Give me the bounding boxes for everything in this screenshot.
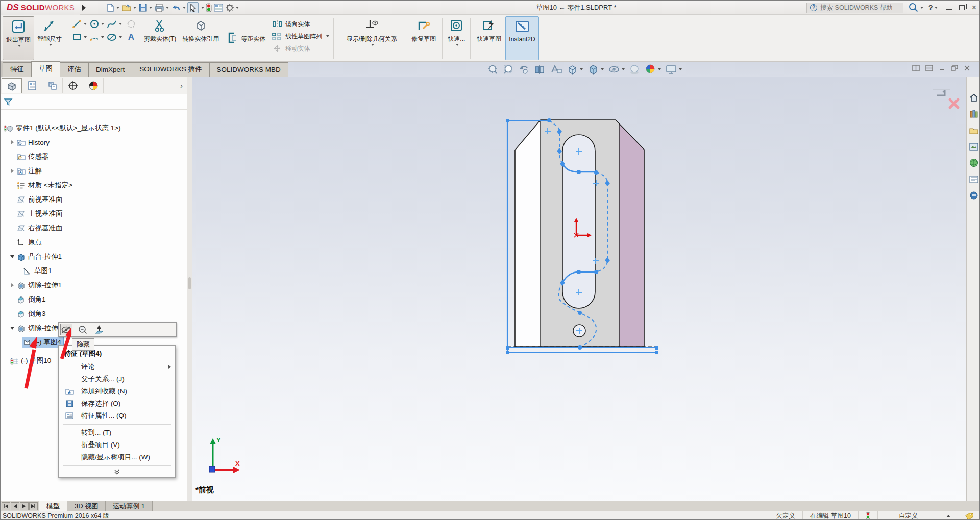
chevron-down-icon[interactable] bbox=[920, 7, 923, 9]
prev-tab-button[interactable] bbox=[11, 502, 19, 510]
normal-to-button[interactable] bbox=[93, 324, 105, 335]
view-palette-button[interactable] bbox=[969, 141, 979, 152]
appearances-scenes-button[interactable] bbox=[969, 158, 979, 168]
tree-item-chamfer3[interactable]: 倒角3 bbox=[1, 307, 187, 321]
chevron-down-icon[interactable] bbox=[236, 7, 239, 9]
part-left-face[interactable] bbox=[515, 120, 541, 347]
menu-item-go-to[interactable]: 转到... (T) bbox=[59, 427, 175, 439]
splitter-handle[interactable] bbox=[188, 277, 191, 289]
expander-icon[interactable] bbox=[9, 327, 16, 330]
chevron-down-icon[interactable] bbox=[622, 68, 625, 70]
help-menu-button[interactable]: ? bbox=[928, 4, 938, 12]
panel-splitter[interactable] bbox=[187, 77, 192, 501]
search-input[interactable] bbox=[820, 4, 892, 11]
menu-item-collapse-items[interactable]: 折叠项目 (V) bbox=[59, 439, 175, 451]
graphics-viewport[interactable]: Y X *前视 bbox=[192, 77, 966, 501]
repair-sketch-button[interactable]: 修复草图 bbox=[407, 16, 440, 60]
arc-tool-button[interactable] bbox=[89, 32, 104, 42]
expander-icon[interactable] bbox=[9, 255, 16, 258]
chevron-down-icon[interactable] bbox=[18, 45, 21, 47]
tree-item-top-plane[interactable]: 上视基准面 bbox=[1, 207, 187, 221]
units-dropdown[interactable] bbox=[939, 511, 958, 520]
tree-item-part[interactable]: 零件1 (默认<<默认>_显示状态 1>) bbox=[1, 121, 187, 135]
chevron-down-icon[interactable] bbox=[166, 7, 169, 9]
tree-item-sensors[interactable]: 传感器 bbox=[1, 150, 187, 164]
open-document-button[interactable] bbox=[121, 2, 137, 13]
tab-motion-study[interactable]: 运动算例 1 bbox=[106, 501, 153, 511]
chevron-down-icon[interactable] bbox=[183, 7, 186, 9]
tab-feature-manager[interactable] bbox=[2, 78, 22, 93]
zoom-to-fit-button[interactable] bbox=[486, 63, 500, 76]
doc-restore-icon[interactable] bbox=[951, 65, 958, 71]
chevron-down-icon[interactable] bbox=[119, 23, 122, 25]
mirror-entities-button[interactable]: 镜向实体 bbox=[272, 18, 329, 30]
split-pane-icon[interactable] bbox=[912, 65, 920, 71]
tree-item-sketch1[interactable]: 草图1 bbox=[1, 264, 187, 278]
menu-item-parent-child[interactable]: 父子关系... (J) bbox=[59, 373, 175, 385]
print-button[interactable] bbox=[154, 2, 169, 13]
ellipse-tool-button[interactable] bbox=[106, 32, 122, 42]
search-button[interactable] bbox=[909, 3, 923, 13]
chevron-down-icon[interactable] bbox=[326, 35, 329, 37]
tree-item-origin[interactable]: 原点 bbox=[1, 235, 187, 250]
previous-view-button[interactable] bbox=[517, 63, 530, 76]
tree-item-history[interactable]: History bbox=[1, 135, 187, 150]
apply-scene-button[interactable] bbox=[664, 63, 683, 76]
spline-tool-button[interactable] bbox=[106, 19, 122, 29]
tile-pane-icon[interactable] bbox=[925, 65, 933, 71]
part-right-face[interactable] bbox=[616, 120, 644, 347]
circle-tool-button[interactable] bbox=[89, 19, 104, 29]
exit-sketch-button[interactable]: 退出草图 bbox=[3, 16, 34, 60]
first-tab-button[interactable] bbox=[2, 502, 10, 510]
rebuild-button[interactable] bbox=[205, 2, 212, 13]
save-button[interactable] bbox=[138, 2, 153, 13]
slot-cut[interactable] bbox=[562, 135, 595, 308]
shadow-view-button[interactable] bbox=[628, 63, 641, 76]
chevron-down-icon[interactable] bbox=[101, 36, 104, 38]
resources-home-button[interactable] bbox=[969, 92, 979, 103]
tab-display-manager[interactable] bbox=[83, 78, 104, 93]
close-button[interactable]: × bbox=[972, 4, 976, 12]
chevron-down-icon[interactable] bbox=[201, 7, 204, 9]
tab-model[interactable]: 模型 bbox=[39, 501, 67, 511]
chevron-down-icon[interactable] bbox=[679, 68, 682, 70]
doc-minimize-icon[interactable] bbox=[939, 65, 945, 71]
exit-sketch-corner-icon[interactable] bbox=[937, 90, 945, 95]
help-search-box[interactable]: ? bbox=[806, 3, 903, 13]
menu-flyout-icon[interactable] bbox=[82, 5, 86, 11]
tree-filter-row[interactable] bbox=[1, 94, 187, 110]
minimize-button[interactable] bbox=[946, 6, 952, 10]
menu-item-feature-properties[interactable]: 特征属性... (Q) bbox=[59, 410, 175, 422]
trim-entities-button[interactable]: 剪裁实体(T) bbox=[141, 16, 179, 60]
tab-solidworks-addins[interactable]: SOLIDWORKS 插件 bbox=[132, 62, 209, 77]
undo-button[interactable] bbox=[170, 2, 186, 13]
hide-show-items-button[interactable] bbox=[607, 63, 626, 76]
tab-dimxpert-manager[interactable] bbox=[63, 78, 83, 93]
tree-item-cut-extrude1[interactable]: 切除-拉伸1 bbox=[1, 278, 187, 292]
units-selector[interactable]: 自定义 bbox=[877, 511, 939, 520]
chevron-down-icon[interactable] bbox=[658, 68, 661, 70]
tree-item-front-plane[interactable]: 前视基准面 bbox=[1, 192, 187, 207]
rapid-sketch-button[interactable]: 快速草图 bbox=[473, 16, 505, 60]
restore-button[interactable] bbox=[959, 5, 965, 10]
menu-item-add-to-favorites[interactable]: 添加到收藏 (N) bbox=[59, 385, 175, 398]
tab-solidworks-mbd[interactable]: SOLIDWORKS MBD bbox=[209, 62, 288, 77]
instant2d-button[interactable]: Instant2D bbox=[505, 16, 538, 60]
cancel-sketch-icon[interactable] bbox=[950, 100, 958, 108]
hide-button[interactable] bbox=[60, 324, 72, 335]
edit-appearance-button[interactable] bbox=[643, 63, 662, 76]
tab-3d-views[interactable]: 3D 视图 bbox=[67, 501, 106, 511]
smart-dimension-button[interactable]: 智能尺寸 bbox=[34, 16, 65, 60]
chevron-down-icon[interactable] bbox=[456, 44, 459, 46]
rapid-snap-button[interactable]: 快速... bbox=[445, 16, 468, 60]
chevron-down-icon[interactable] bbox=[371, 44, 374, 46]
tab-property-manager[interactable] bbox=[22, 78, 42, 93]
forum-button[interactable] bbox=[969, 190, 979, 201]
tab-configuration-manager[interactable] bbox=[42, 78, 63, 93]
tree-item-boss-extrude1[interactable]: 凸台-拉伸1 bbox=[1, 250, 187, 264]
chevron-down-icon[interactable] bbox=[133, 7, 136, 9]
menu-expand-chevron[interactable] bbox=[59, 468, 175, 475]
new-document-button[interactable] bbox=[105, 2, 120, 13]
display-style-button[interactable] bbox=[586, 63, 605, 76]
tab-dimxpert[interactable]: DimXpert bbox=[88, 62, 132, 77]
